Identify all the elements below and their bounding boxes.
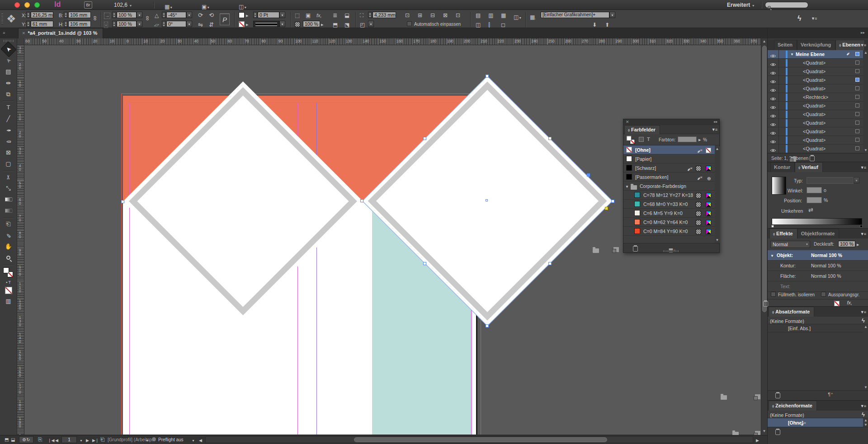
eye-icon[interactable] [770,97,776,101]
document-tab[interactable]: ×*a4_portrait_1s.indd @ 103 % [18,28,103,38]
gradient-swatch-tool[interactable] [3,194,14,205]
para-new-style-button[interactable] [755,394,760,399]
scale-y-field[interactable]: 100 % [117,21,137,27]
corner-editor-handle[interactable] [605,207,608,210]
layer-selection-square[interactable] [855,52,859,56]
item-selection-square[interactable] [855,69,859,73]
gradient-feather-tool[interactable] [3,206,14,216]
effects-panel-menu-icon[interactable]: ▼≡ [860,232,866,236]
corner-shape-icon[interactable]: ◰ [360,22,365,28]
eye-icon[interactable] [770,105,776,110]
autofit-checkbox[interactable] [407,21,412,26]
first-page-button[interactable]: ❘◀ [48,438,54,443]
effects-disclosure-icon[interactable]: ▼ [770,254,774,258]
effects-row[interactable]: Text: [768,281,868,292]
hand-tool[interactable]: ✋ [3,241,14,252]
select-container-button[interactable]: ⬇ [592,22,597,28]
scroll-down-arrow[interactable]: ▼ [761,429,767,434]
close-document-icon[interactable]: × [22,30,25,36]
fit-proportionally-button[interactable]: ⊠ [443,13,448,18]
item-selection-square[interactable] [855,61,859,65]
pen-tool[interactable]: ✒ [3,125,14,136]
horizontal-scroll-thumb[interactable] [354,437,607,442]
fill-proxy-swatch[interactable] [3,267,9,273]
reverse-gradient-icon[interactable]: ⇄ [808,207,813,213]
stroke-weight-dropdown[interactable]: ▼ [279,12,285,18]
last-page-button[interactable]: ▶❘ [92,438,99,443]
layer-disclosure-icon[interactable]: ▼ [790,52,794,56]
x-stepper[interactable]: ▲▼ [26,12,30,18]
swatches-fill-stroke-proxy[interactable] [627,136,635,145]
handle-topleft-mid[interactable] [423,137,426,140]
align-center-button[interactable]: ▥ [488,13,493,18]
eye-icon[interactable] [770,88,776,93]
tab-effekte[interactable]: ⬨Effekte [769,229,797,239]
delete-layer-button[interactable] [810,156,815,161]
fill-frame-proportionally-button[interactable]: ⊡ [456,13,460,18]
fill-stroke-proxy[interactable] [3,267,13,277]
layer-item-row[interactable]: <Quadrat> [768,127,863,136]
constrain-dimensions-icon[interactable]: ∞ [93,16,98,20]
effects-row[interactable]: ▼Objekt:Normal 100 % [768,250,868,261]
note-tool[interactable]: ⎗ [3,219,14,229]
rotate-cw-button[interactable]: ⟳ [198,13,203,18]
frame-tool[interactable]: ⊠ [3,147,14,158]
handle-bottom[interactable] [486,324,489,327]
char-scroll-steppers[interactable]: ▲ ▼ [863,418,868,427]
apply-none-button[interactable] [5,287,12,294]
swatch-row[interactable]: C=78 M=12 Y=27 K=18 [623,191,715,200]
para-scroll-down[interactable]: ▼ [863,385,868,390]
new-swatch-group-button[interactable] [593,248,599,253]
corner-options-icon[interactable]: ⛶ [360,13,363,18]
content-collector-tool[interactable]: ⧉ [3,89,14,100]
scale-x-field[interactable]: 100 % [117,12,137,18]
eye-icon[interactable] [770,140,776,144]
layers-panel-menu-icon[interactable]: ▼≡ [860,43,866,47]
para-delete-style-button[interactable] [775,393,780,398]
b-stepper[interactable]: ▲▼ [64,12,68,18]
controlbar-menu-icon[interactable]: ▼≡ [811,16,816,21]
left-diamond-corner-handle[interactable] [121,200,124,203]
para-scrollbar[interactable]: ▲ ▼ [863,324,868,390]
screen-mode-menu[interactable]: ▣▼ [202,2,210,10]
gradient-stop-end[interactable] [860,225,863,228]
shear-field[interactable]: 0° [166,21,186,27]
item-selection-square[interactable] [855,103,859,107]
char-style-item-selected[interactable]: [Ohne] ✒✕ [768,418,863,427]
zoom-tool[interactable] [3,252,14,263]
rectangle-tool[interactable]: ▢ [3,159,14,169]
tab-absatzformate[interactable]: ⬨Absatzformate [769,307,814,317]
farbton-arrow[interactable]: ▶ [698,137,701,143]
select-content-button[interactable]: ⬆ [605,22,609,28]
stroke-weight-field[interactable]: 0 Pt [258,12,279,18]
preflight-status-text[interactable]: Preflight aus [158,437,184,442]
live-preflight-toggle[interactable]: ⚙↻ [19,436,33,443]
tint-field[interactable]: 100 % [303,21,320,27]
textwrap-none-button[interactable]: ≣ [333,13,337,18]
layers-scroll-up[interactable]: ▲ [863,51,868,55]
swatches-close-icon[interactable]: ✕ [626,120,629,124]
distribute-center-button[interactable]: ⫿ [488,22,490,28]
stroke-type-arrow[interactable]: ▼ [279,21,285,27]
vertical-scrollbar[interactable]: ▲ ▼ [761,38,767,435]
formatting-container-toggle[interactable] [639,137,644,142]
eye-icon[interactable] [770,122,776,127]
object-style-dropdown[interactable]: [Einfacher Grafikrahmen]+ [541,12,609,18]
object-style-arrow[interactable]: ▼ [609,12,615,18]
swatches-resize-grip[interactable] [663,250,679,252]
constrain-scale-icon[interactable]: ∞ [145,16,151,20]
swatch-row[interactable]: [Papier] [623,154,715,164]
pencil-tool[interactable]: ✏ [3,136,14,147]
swatch-views-button[interactable]: ▦▼ [669,245,676,253]
bridge-button[interactable]: Br [84,1,92,9]
center-content-button[interactable]: ⊟ [430,13,435,18]
layer-item-row[interactable]: <Quadrat> [768,102,863,110]
para-panel-menu-icon[interactable]: ▼≡ [860,310,866,314]
swatches-panel[interactable]: ✕ ◂◂ ⬨Farbfelder ▼≡ T Farbton: ▶ % [Ohne… [623,119,720,253]
fill-dropdown-arrow[interactable]: ▶ [246,13,248,19]
vertical-scroll-thumb[interactable] [762,46,767,312]
gradient-panel-menu-icon[interactable]: ▼≡ [860,165,866,170]
handle-right[interactable] [611,200,614,203]
rotation-dropdown[interactable]: ▼ [186,12,192,18]
page-number-field[interactable]: 1 [61,436,77,443]
